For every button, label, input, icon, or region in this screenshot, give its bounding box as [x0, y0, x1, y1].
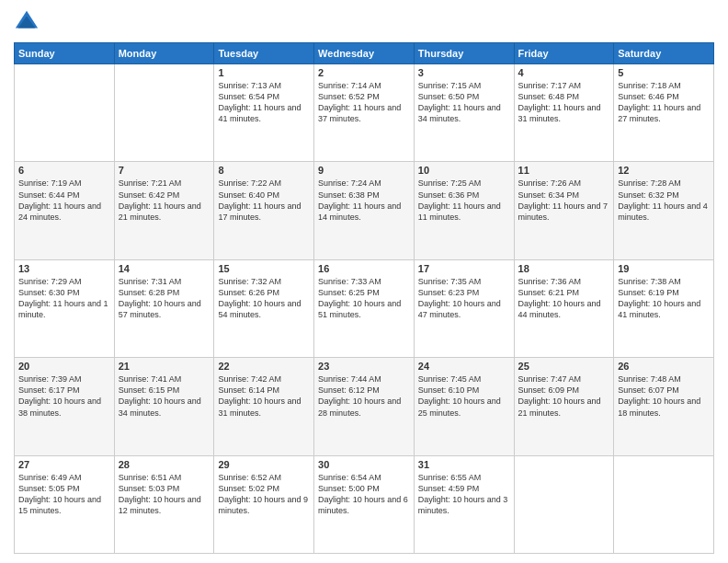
- day-info: Sunrise: 7:21 AM Sunset: 6:42 PM Dayligh…: [119, 178, 210, 223]
- day-cell: 5Sunrise: 7:18 AM Sunset: 6:46 PM Daylig…: [614, 64, 714, 162]
- day-number: 30: [318, 459, 410, 470]
- day-cell: 3Sunrise: 7:15 AM Sunset: 6:50 PM Daylig…: [414, 64, 514, 162]
- header: [14, 9, 714, 35]
- day-info: Sunrise: 7:22 AM Sunset: 6:40 PM Dayligh…: [218, 178, 310, 223]
- week-row-1: 1Sunrise: 7:13 AM Sunset: 6:54 PM Daylig…: [15, 64, 714, 162]
- day-cell: 19Sunrise: 7:38 AM Sunset: 6:19 PM Dayli…: [614, 259, 714, 357]
- day-info: Sunrise: 7:38 AM Sunset: 6:19 PM Dayligh…: [618, 276, 710, 321]
- day-info: Sunrise: 6:54 AM Sunset: 5:00 PM Dayligh…: [318, 472, 410, 517]
- day-info: Sunrise: 7:19 AM Sunset: 6:44 PM Dayligh…: [18, 178, 110, 223]
- day-cell: 10Sunrise: 7:25 AM Sunset: 6:36 PM Dayli…: [414, 162, 514, 259]
- day-number: 14: [119, 263, 210, 274]
- day-cell: 2Sunrise: 7:14 AM Sunset: 6:52 PM Daylig…: [314, 64, 415, 162]
- day-number: 12: [618, 165, 710, 176]
- weekday-header-wednesday: Wednesday: [314, 43, 415, 64]
- day-cell: 7Sunrise: 7:21 AM Sunset: 6:42 PM Daylig…: [114, 162, 214, 259]
- day-cell: [614, 455, 714, 553]
- day-cell: 25Sunrise: 7:47 AM Sunset: 6:09 PM Dayli…: [514, 358, 614, 455]
- day-info: Sunrise: 7:15 AM Sunset: 6:50 PM Dayligh…: [418, 80, 510, 125]
- day-info: Sunrise: 7:44 AM Sunset: 6:12 PM Dayligh…: [318, 373, 410, 419]
- day-cell: 30Sunrise: 6:54 AM Sunset: 5:00 PM Dayli…: [314, 455, 415, 553]
- day-info: Sunrise: 6:49 AM Sunset: 5:05 PM Dayligh…: [18, 472, 110, 517]
- weekday-header-friday: Friday: [514, 43, 614, 64]
- day-info: Sunrise: 7:39 AM Sunset: 6:17 PM Dayligh…: [18, 373, 110, 419]
- day-cell: 14Sunrise: 7:31 AM Sunset: 6:28 PM Dayli…: [114, 259, 214, 357]
- day-number: 25: [518, 361, 610, 372]
- week-row-3: 13Sunrise: 7:29 AM Sunset: 6:30 PM Dayli…: [15, 259, 714, 357]
- weekday-header-tuesday: Tuesday: [214, 43, 314, 64]
- day-cell: 22Sunrise: 7:42 AM Sunset: 6:14 PM Dayli…: [214, 358, 314, 455]
- calendar: SundayMondayTuesdayWednesdayThursdayFrid…: [14, 42, 714, 554]
- day-number: 5: [618, 67, 710, 78]
- day-number: 15: [218, 263, 310, 274]
- logo: [14, 9, 43, 35]
- day-number: 26: [618, 361, 710, 372]
- day-cell: 24Sunrise: 7:45 AM Sunset: 6:10 PM Dayli…: [414, 358, 514, 455]
- day-cell: 29Sunrise: 6:52 AM Sunset: 5:02 PM Dayli…: [214, 455, 314, 553]
- weekday-header-row: SundayMondayTuesdayWednesdayThursdayFrid…: [15, 43, 714, 64]
- day-cell: 15Sunrise: 7:32 AM Sunset: 6:26 PM Dayli…: [214, 259, 314, 357]
- page: SundayMondayTuesdayWednesdayThursdayFrid…: [0, 0, 728, 563]
- day-number: 20: [18, 361, 110, 372]
- day-info: Sunrise: 7:48 AM Sunset: 6:07 PM Dayligh…: [618, 373, 710, 419]
- day-cell: 27Sunrise: 6:49 AM Sunset: 5:05 PM Dayli…: [15, 455, 115, 553]
- day-cell: 23Sunrise: 7:44 AM Sunset: 6:12 PM Dayli…: [314, 358, 415, 455]
- day-number: 7: [119, 165, 210, 176]
- week-row-5: 27Sunrise: 6:49 AM Sunset: 5:05 PM Dayli…: [15, 455, 714, 553]
- day-cell: 12Sunrise: 7:28 AM Sunset: 6:32 PM Dayli…: [614, 162, 714, 259]
- day-cell: 11Sunrise: 7:26 AM Sunset: 6:34 PM Dayli…: [514, 162, 614, 259]
- day-number: 27: [18, 459, 110, 470]
- day-info: Sunrise: 7:14 AM Sunset: 6:52 PM Dayligh…: [318, 80, 410, 125]
- day-cell: 31Sunrise: 6:55 AM Sunset: 4:59 PM Dayli…: [414, 455, 514, 553]
- day-number: 28: [119, 459, 210, 470]
- weekday-header-thursday: Thursday: [414, 43, 514, 64]
- day-info: Sunrise: 7:47 AM Sunset: 6:09 PM Dayligh…: [518, 373, 610, 419]
- weekday-header-saturday: Saturday: [614, 43, 714, 64]
- weekday-header-sunday: Sunday: [15, 43, 115, 64]
- day-cell: [514, 455, 614, 553]
- day-info: Sunrise: 7:33 AM Sunset: 6:25 PM Dayligh…: [318, 276, 410, 321]
- day-number: 1: [218, 67, 310, 78]
- day-info: Sunrise: 7:18 AM Sunset: 6:46 PM Dayligh…: [618, 80, 710, 125]
- week-row-2: 6Sunrise: 7:19 AM Sunset: 6:44 PM Daylig…: [15, 162, 714, 259]
- day-cell: 20Sunrise: 7:39 AM Sunset: 6:17 PM Dayli…: [15, 358, 115, 455]
- day-cell: 21Sunrise: 7:41 AM Sunset: 6:15 PM Dayli…: [114, 358, 214, 455]
- day-number: 31: [418, 459, 510, 470]
- week-row-4: 20Sunrise: 7:39 AM Sunset: 6:17 PM Dayli…: [15, 358, 714, 455]
- day-number: 10: [418, 165, 510, 176]
- logo-icon: [14, 9, 40, 35]
- day-info: Sunrise: 7:35 AM Sunset: 6:23 PM Dayligh…: [418, 276, 510, 321]
- day-number: 23: [318, 361, 410, 372]
- day-number: 22: [218, 361, 310, 372]
- day-number: 17: [418, 263, 510, 274]
- day-cell: 8Sunrise: 7:22 AM Sunset: 6:40 PM Daylig…: [214, 162, 314, 259]
- day-number: 29: [218, 459, 310, 470]
- day-info: Sunrise: 6:52 AM Sunset: 5:02 PM Dayligh…: [218, 472, 310, 517]
- day-number: 19: [618, 263, 710, 274]
- day-number: 9: [318, 165, 410, 176]
- day-cell: [15, 64, 115, 162]
- day-info: Sunrise: 7:26 AM Sunset: 6:34 PM Dayligh…: [518, 178, 610, 223]
- day-info: Sunrise: 7:24 AM Sunset: 6:38 PM Dayligh…: [318, 178, 410, 223]
- day-number: 16: [318, 263, 410, 274]
- day-number: 8: [218, 165, 310, 176]
- day-info: Sunrise: 7:31 AM Sunset: 6:28 PM Dayligh…: [119, 276, 210, 321]
- day-info: Sunrise: 7:17 AM Sunset: 6:48 PM Dayligh…: [518, 80, 610, 125]
- day-info: Sunrise: 7:45 AM Sunset: 6:10 PM Dayligh…: [418, 373, 510, 419]
- day-info: Sunrise: 7:25 AM Sunset: 6:36 PM Dayligh…: [418, 178, 510, 223]
- day-info: Sunrise: 6:55 AM Sunset: 4:59 PM Dayligh…: [418, 472, 510, 517]
- day-number: 18: [518, 263, 610, 274]
- day-number: 4: [518, 67, 610, 78]
- day-cell: 13Sunrise: 7:29 AM Sunset: 6:30 PM Dayli…: [15, 259, 115, 357]
- day-cell: 28Sunrise: 6:51 AM Sunset: 5:03 PM Dayli…: [114, 455, 214, 553]
- weekday-header-monday: Monday: [114, 43, 214, 64]
- day-number: 6: [18, 165, 110, 176]
- day-info: Sunrise: 7:36 AM Sunset: 6:21 PM Dayligh…: [518, 276, 610, 321]
- day-number: 11: [518, 165, 610, 176]
- day-cell: 4Sunrise: 7:17 AM Sunset: 6:48 PM Daylig…: [514, 64, 614, 162]
- day-cell: 18Sunrise: 7:36 AM Sunset: 6:21 PM Dayli…: [514, 259, 614, 357]
- day-cell: 16Sunrise: 7:33 AM Sunset: 6:25 PM Dayli…: [314, 259, 415, 357]
- day-number: 21: [119, 361, 210, 372]
- day-info: Sunrise: 7:42 AM Sunset: 6:14 PM Dayligh…: [218, 373, 310, 419]
- day-info: Sunrise: 7:13 AM Sunset: 6:54 PM Dayligh…: [218, 80, 310, 125]
